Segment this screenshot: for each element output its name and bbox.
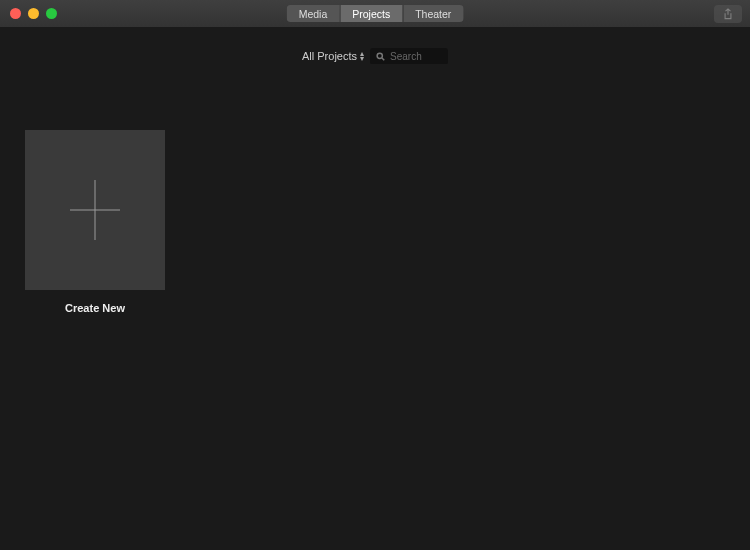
svg-point-0 [377,53,382,58]
tab-media[interactable]: Media [287,5,340,22]
search-input[interactable] [390,51,440,62]
titlebar: Media Projects Theater [0,0,750,28]
window-controls [0,8,57,19]
create-new-label: Create New [65,302,125,314]
app-window: Media Projects Theater All Projects ▴▾ [0,0,750,550]
svg-line-1 [382,58,384,60]
minimize-button[interactable] [28,8,39,19]
plus-icon [70,180,120,240]
maximize-button[interactable] [46,8,57,19]
projects-grid: Create New [0,64,750,550]
search-field[interactable] [370,48,448,65]
tab-theater[interactable]: Theater [402,5,463,22]
project-filter-dropdown[interactable]: All Projects ▴▾ [302,50,364,62]
create-new-thumbnail [25,130,165,290]
filter-label-text: All Projects [302,50,357,62]
search-icon [376,52,385,61]
tab-projects[interactable]: Projects [339,5,402,22]
view-tabs: Media Projects Theater [287,5,464,22]
create-new-tile[interactable]: Create New [25,130,165,314]
share-icon [723,8,733,20]
close-button[interactable] [10,8,21,19]
filter-bar: All Projects ▴▾ [0,28,750,64]
share-button[interactable] [714,5,742,23]
updown-icon: ▴▾ [360,51,364,61]
